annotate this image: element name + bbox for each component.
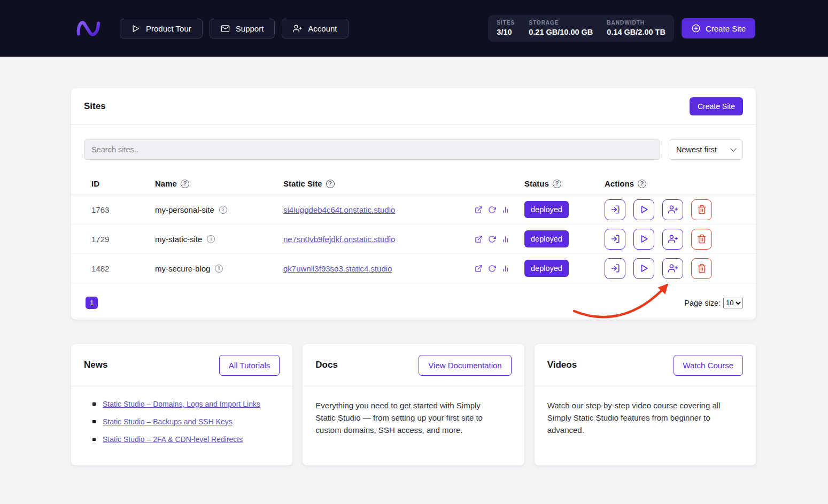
- page-size-select[interactable]: 10: [723, 298, 743, 308]
- stats-icon[interactable]: [501, 265, 509, 273]
- site-url-cell: qk7uwnll3f93so3.static4.studio: [283, 264, 524, 273]
- all-tutorials-button[interactable]: All Tutorials: [219, 355, 280, 376]
- sort-dropdown[interactable]: Newest first: [669, 139, 743, 160]
- table-row: 1729 my-static-site i ne7sn0vb9fejdkf.on…: [71, 224, 756, 254]
- list-item: Static Studio – 2FA & CDN-level Redirect…: [92, 435, 272, 444]
- stats-icon[interactable]: [501, 206, 509, 214]
- site-url-link[interactable]: qk7uwnll3f93so3.static4.studio: [283, 264, 392, 273]
- site-url-link[interactable]: si4iugqdeb4c64t.onstatic.studio: [283, 205, 395, 214]
- site-id: 1482: [84, 264, 155, 273]
- table-row: 1763 my-personal-site i si4iugqdeb4c64t.…: [71, 195, 756, 224]
- delete-button[interactable]: [691, 229, 712, 250]
- column-actions: Actions ?: [605, 179, 743, 188]
- news-card: News All Tutorials Static Studio – Domai…: [71, 344, 292, 466]
- actions-cell: [605, 199, 743, 220]
- status-badge: deployed: [524, 230, 569, 247]
- site-name-label: my-personal-site: [155, 205, 214, 214]
- create-site-button-card[interactable]: Create Site: [690, 97, 743, 115]
- actions-cell: [605, 229, 743, 250]
- login-button[interactable]: [605, 258, 625, 279]
- status-cell: deployed: [524, 201, 605, 218]
- support-button[interactable]: Support: [210, 19, 275, 38]
- deploy-button[interactable]: [633, 229, 654, 250]
- user-plus-icon: [293, 24, 302, 33]
- account-button[interactable]: Account: [282, 19, 348, 38]
- status-cell: deployed: [524, 260, 605, 277]
- stat-bandwidth: BANDWIDTH 0.14 GB/2.00 TB: [607, 20, 666, 36]
- stat-storage-label: STORAGE: [529, 20, 593, 26]
- list-item: Static Studio – Domains, Logs and Import…: [92, 400, 272, 408]
- stat-sites: SITES 3/10: [497, 20, 515, 36]
- site-url-link[interactable]: ne7sn0vb9fejdkf.onstatic.studio: [283, 235, 395, 244]
- stats-icon[interactable]: [501, 235, 509, 243]
- stat-sites-label: SITES: [497, 20, 515, 26]
- site-name: my-personal-site i: [155, 205, 283, 214]
- watch-course-button[interactable]: Watch Course: [674, 355, 743, 376]
- stat-bandwidth-value: 0.14 GB/2.00 TB: [607, 28, 666, 36]
- site-name: my-secure-blog i: [155, 264, 283, 273]
- stat-bandwidth-label: BANDWIDTH: [607, 20, 666, 26]
- docs-description: Everything you need to get started with …: [315, 400, 500, 436]
- external-link-icon[interactable]: [475, 235, 483, 243]
- site-url-cell: si4iugqdeb4c64t.onstatic.studio: [283, 205, 524, 214]
- search-input[interactable]: [84, 139, 660, 160]
- videos-card-body: Watch our step-by-step video course cove…: [535, 386, 756, 455]
- site-url-icons: [475, 206, 509, 214]
- help-icon[interactable]: ?: [181, 180, 189, 188]
- refresh-icon[interactable]: [488, 235, 496, 243]
- sites-card: Sites Create Site Newest first ID Name ?: [71, 88, 756, 320]
- view-documentation-button[interactable]: View Documentation: [419, 355, 511, 376]
- news-link[interactable]: Static Studio – Domains, Logs and Import…: [103, 400, 260, 408]
- news-card-body: Static Studio – Domains, Logs and Import…: [71, 386, 292, 466]
- info-icon[interactable]: i: [219, 206, 227, 214]
- table-footer: 1 Page size: 10: [71, 283, 756, 320]
- topbar-right: SITES 3/10 STORAGE 0.21 GB/10.00 GB BAND…: [488, 15, 755, 42]
- docs-card: Docs View Documentation Everything you n…: [303, 344, 524, 466]
- help-icon[interactable]: ?: [638, 180, 646, 188]
- help-icon[interactable]: ?: [553, 180, 561, 188]
- status-cell: deployed: [524, 230, 605, 247]
- docs-title: Docs: [315, 360, 338, 370]
- account-label: Account: [308, 24, 337, 33]
- info-icon[interactable]: i: [215, 265, 223, 273]
- app-logo[interactable]: [75, 18, 103, 38]
- news-link[interactable]: Static Studio – Backups and SSH Keys: [103, 417, 233, 426]
- delete-button[interactable]: [691, 258, 712, 279]
- support-label: Support: [236, 24, 264, 33]
- login-button[interactable]: [605, 229, 625, 250]
- product-tour-button[interactable]: Product Tour: [120, 19, 203, 38]
- site-url-icons: [475, 235, 509, 243]
- bullet-icon: [92, 402, 96, 406]
- login-button[interactable]: [605, 199, 625, 220]
- sites-toolbar: Newest first: [71, 125, 756, 160]
- deploy-button[interactable]: [633, 199, 654, 220]
- column-actions-label: Actions: [605, 179, 634, 188]
- create-site-button-topbar[interactable]: Create Site: [682, 18, 755, 38]
- plus-circle-icon: [691, 24, 701, 33]
- add-user-button[interactable]: [662, 258, 683, 279]
- column-name: Name ?: [155, 179, 283, 188]
- page: Product Tour Support Account SITES 3/10: [0, 0, 828, 504]
- help-icon[interactable]: ?: [326, 180, 335, 188]
- delete-button[interactable]: [691, 199, 712, 220]
- page-size-control: Page size: 10: [684, 298, 743, 308]
- site-name-label: my-secure-blog: [155, 264, 210, 273]
- videos-card: Videos Watch Course Watch our step-by-st…: [535, 344, 756, 466]
- external-link-icon[interactable]: [475, 206, 483, 214]
- refresh-icon[interactable]: [488, 206, 496, 214]
- news-link[interactable]: Static Studio – 2FA & CDN-level Redirect…: [103, 435, 243, 444]
- external-link-icon[interactable]: [475, 265, 483, 273]
- stat-storage-value: 0.21 GB/10.00 GB: [529, 28, 593, 36]
- add-user-button[interactable]: [662, 199, 683, 220]
- sites-card-header: Sites Create Site: [71, 88, 756, 125]
- add-user-button[interactable]: [662, 229, 683, 250]
- main-content: Sites Create Site Newest first ID Name ?: [0, 57, 828, 466]
- videos-card-header: Videos Watch Course: [535, 344, 756, 386]
- info-icon[interactable]: i: [207, 235, 215, 243]
- refresh-icon[interactable]: [488, 265, 496, 273]
- pagination-page-1[interactable]: 1: [86, 297, 98, 309]
- deploy-button[interactable]: [633, 258, 654, 279]
- docs-card-header: Docs View Documentation: [303, 344, 524, 386]
- status-badge: deployed: [524, 260, 569, 277]
- table-header-row: ID Name ? Static Site ? Status ? Action: [71, 173, 756, 195]
